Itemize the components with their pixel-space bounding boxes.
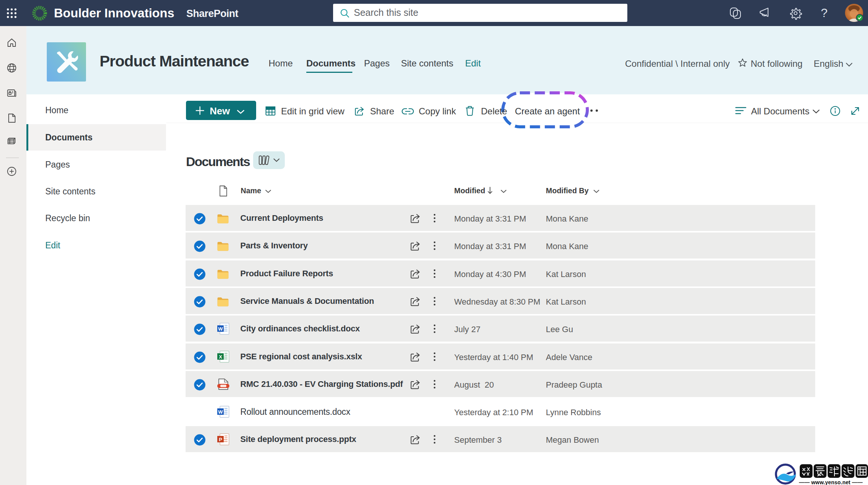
- svg-text:W: W: [218, 326, 223, 332]
- svg-text:P: P: [219, 437, 222, 442]
- svg-text:W: W: [218, 409, 223, 415]
- svg-text:X: X: [219, 354, 222, 360]
